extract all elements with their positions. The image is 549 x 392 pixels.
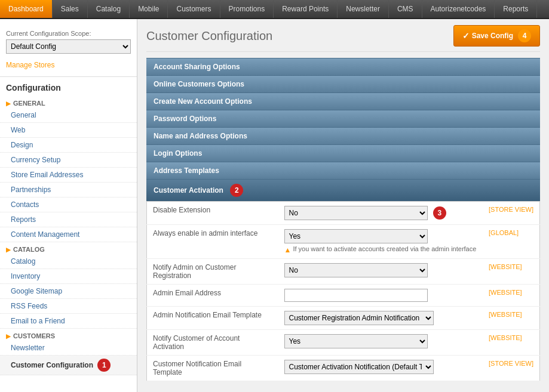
scope-notify-admin: [WEBSITE] [485,259,539,285]
badge-4: 4 [518,29,531,42]
sidebar-item-reports[interactable]: Reports [0,212,137,227]
table-row: Notify Admin on Customer Registration No… [147,259,540,285]
top-nav: Dashboard Sales Catalog Mobile Customers… [0,0,549,19]
sidebar-item-content-mgmt[interactable]: Content Management [0,227,137,242]
table-row: Admin Notification Email Template Custom… [147,307,540,330]
scope-select[interactable]: Default Config [6,39,131,54]
field-input-always-enable: Yes No ▲ If you want to activate account… [278,225,486,259]
field-label-notify-admin: Notify Admin on Customer Registration [147,259,278,285]
field-label-notify-customer: Notify Customer of Account Activation [147,330,278,356]
field-label-admin-email: Admin Email Address [147,285,278,307]
sidebar-item-rss-feeds[interactable]: RSS Feeds [0,299,137,314]
scope-admin-notif-template: [WEBSITE] [485,307,539,330]
section-login[interactable]: Login Options [146,144,540,162]
customer-notif-template-select[interactable]: Customer Activation Notification (Defaul… [284,360,434,374]
sidebar-item-general[interactable]: General [0,108,137,123]
always-enable-select[interactable]: Yes No [284,229,428,243]
field-input-admin-email [278,285,486,307]
field-input-notify-admin: No Yes [278,259,486,285]
nav-reports[interactable]: Reports [495,0,537,18]
hint-always-enable: ▲ If you want to activate accounts creat… [284,245,480,254]
field-label-admin-notif-template: Admin Notification Email Template [147,307,278,330]
table-row: Always enable in admin interface Yes No … [147,225,540,259]
sidebar-item-newsletter[interactable]: Newsletter [0,341,137,356]
field-input-customer-notif-template: Customer Activation Notification (Defaul… [278,356,486,381]
section-customer-activation[interactable]: Customer Activation 2 [146,179,540,201]
field-label-always-enable: Always enable in admin interface [147,225,278,259]
table-row: Admin Email Address [WEBSITE] [147,285,540,307]
sidebar-item-partnerships[interactable]: Partnerships [0,183,137,197]
scope-always-enable: [GLOBAL] [485,225,539,259]
section-account-sharing[interactable]: Account Sharing Options [146,58,540,75]
admin-email-input[interactable] [284,289,428,302]
section-create-account[interactable]: Create New Account Options [146,92,540,110]
nav-catalog[interactable]: Catalog [88,0,130,18]
scope-selector: Current Configuration Scope: Default Con… [0,25,137,58]
nav-mobile[interactable]: Mobile [130,0,168,18]
field-label-disable-ext: Disable Extension [147,202,278,225]
nav-reward-points[interactable]: Reward Points [274,0,338,18]
nav-sales[interactable]: Sales [53,0,88,18]
sidebar-item-design[interactable]: Design [0,138,137,153]
manage-stores-link[interactable]: Manage Stores [0,58,137,72]
badge-2: 2 [230,184,243,197]
activation-form-table: Disable Extension No Yes 3 [STORE VIEW] … [146,201,540,381]
nav-customers[interactable]: Customers [168,0,220,18]
sidebar-item-email-friend[interactable]: Email to a Friend [0,314,137,329]
sidebar-item-currency-setup[interactable]: Currency Setup [0,153,137,168]
field-input-notify-customer: Yes No [278,330,486,356]
notify-customer-select[interactable]: Yes No [284,334,428,348]
admin-notif-template-select[interactable]: Customer Registration Admin Notification… [284,311,434,325]
field-input-admin-notif-template: Customer Registration Admin Notification… [278,307,486,330]
config-sections: Account Sharing Options Online Customers… [146,58,540,381]
scope-label: Current Configuration Scope: [6,30,131,37]
scope-admin-email: [WEBSITE] [485,285,539,307]
nav-cms[interactable]: CMS [389,0,422,18]
table-row: Customer Notification Email Template Cus… [147,356,540,381]
content-header: Customer Configuration ✓ Save Config 4 [146,25,540,52]
scope-notify-customer: [WEBSITE] [485,330,539,356]
sidebar-group-customers[interactable]: ▶ CUSTOMERS [0,329,137,341]
badge-1: 1 [97,359,111,372]
check-icon: ✓ [462,31,470,41]
section-address-templates[interactable]: Address Templates [146,162,540,179]
main-content: Customer Configuration ✓ Save Config 4 A… [137,19,549,392]
nav-authorizenetcodes[interactable]: Autorizenetcodes [422,0,495,18]
section-name-address[interactable]: Name and Address Options [146,127,540,144]
field-label-customer-notif-template: Customer Notification Email Template [147,356,278,381]
triangle-icon-catalog: ▶ [6,246,11,253]
sidebar-item-customer-config[interactable]: Customer Configuration 1 [0,356,137,375]
section-online-customers[interactable]: Online Customers Options [146,75,540,92]
sidebar-group-general[interactable]: ▶ GENERAL [0,96,137,108]
nav-promotions[interactable]: Promotions [220,0,274,18]
sidebar-item-google-sitemap[interactable]: Google Sitemap [0,284,137,299]
sidebar-item-catalog[interactable]: Catalog [0,254,137,269]
sidebar: Current Configuration Scope: Default Con… [0,19,137,392]
section-password[interactable]: Password Options [146,110,540,127]
scope-disable-ext: [STORE VIEW] [485,202,539,225]
triangle-icon: ▶ [6,100,11,107]
sidebar-group-catalog[interactable]: ▶ CATALOG [0,242,137,254]
sidebar-item-inventory[interactable]: Inventory [0,269,137,284]
badge-3: 3 [433,206,446,220]
sidebar-item-contacts[interactable]: Contacts [0,197,137,212]
notify-admin-select[interactable]: No Yes [284,263,428,277]
scope-customer-notif-template: [STORE VIEW] [485,356,539,381]
nav-newsletter[interactable]: Newsletter [338,0,389,18]
field-input-disable-ext: No Yes 3 [278,202,486,225]
sidebar-item-web[interactable]: Web [0,123,137,138]
disable-extension-select[interactable]: No Yes [284,206,428,220]
page-title: Customer Configuration [146,29,272,43]
sidebar-config-title: Configuration [0,76,137,96]
nav-dashboard[interactable]: Dashboard [0,0,53,18]
sidebar-item-store-email[interactable]: Store Email Addresses [0,168,137,183]
table-row: Notify Customer of Account Activation Ye… [147,330,540,356]
table-row: Disable Extension No Yes 3 [STORE VIEW] [147,202,540,225]
warning-icon: ▲ [284,246,292,254]
triangle-icon-customers: ▶ [6,333,11,339]
save-config-button[interactable]: ✓ Save Config 4 [453,25,540,47]
